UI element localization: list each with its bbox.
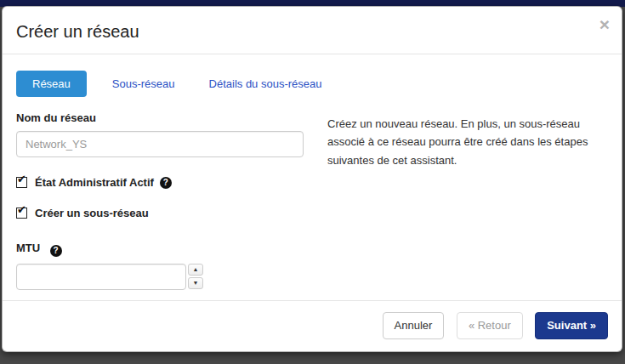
form-column: Nom du réseau ✔ État Administratif Actif… bbox=[16, 111, 304, 300]
mtu-field-group: MTU ? ▲ ▼ bbox=[16, 240, 304, 290]
modal-body: Nom du réseau ✔ État Administratif Actif… bbox=[3, 97, 622, 300]
create-network-modal: Créer un réseau × Réseau Sous-réseau Dét… bbox=[2, 6, 622, 352]
help-column: Créez un nouveau réseau. En plus, un sou… bbox=[327, 111, 608, 300]
network-name-input[interactable] bbox=[16, 131, 304, 157]
create-subnet-checkbox[interactable]: ✔ bbox=[16, 208, 27, 219]
mtu-label: MTU bbox=[16, 242, 40, 254]
admin-state-row: ✔ État Administratif Actif ? bbox=[16, 176, 304, 189]
admin-state-help-icon[interactable]: ? bbox=[160, 177, 172, 189]
modal-header: Créer un réseau × bbox=[3, 7, 622, 54]
next-button[interactable]: Suivant » bbox=[535, 312, 608, 339]
admin-state-label: État Administratif Actif bbox=[35, 176, 154, 189]
network-name-field-group: Nom du réseau bbox=[16, 111, 304, 157]
checkbox-check-icon: ✔ bbox=[17, 173, 26, 185]
network-name-label: Nom du réseau bbox=[16, 111, 304, 124]
tab-subnet[interactable]: Sous-réseau bbox=[100, 71, 187, 97]
tab-network[interactable]: Réseau bbox=[16, 71, 87, 97]
back-button[interactable]: « Retour bbox=[457, 312, 523, 339]
close-icon[interactable]: × bbox=[599, 15, 610, 33]
checkbox-check-icon: ✔ bbox=[17, 204, 26, 215]
create-subnet-row: ✔ Créer un sous-réseau bbox=[16, 207, 304, 219]
stepper-up-icon[interactable]: ▲ bbox=[188, 264, 203, 276]
mtu-input-wrap: ▲ ▼ bbox=[16, 264, 203, 290]
admin-state-checkbox[interactable]: ✔ bbox=[16, 177, 27, 188]
mtu-input[interactable] bbox=[16, 264, 186, 290]
modal-footer: Annuler « Retour Suivant » bbox=[3, 300, 622, 351]
mtu-stepper: ▲ ▼ bbox=[188, 264, 203, 291]
cancel-button[interactable]: Annuler bbox=[383, 312, 445, 339]
stepper-down-icon[interactable]: ▼ bbox=[188, 277, 203, 289]
modal-title: Créer un réseau bbox=[16, 22, 608, 42]
create-subnet-label: Créer un sous-réseau bbox=[35, 207, 149, 219]
tab-subnet-details[interactable]: Détails du sous-réseau bbox=[197, 71, 334, 97]
wizard-tabs: Réseau Sous-réseau Détails du sous-résea… bbox=[3, 54, 622, 97]
wizard-description: Créez un nouveau réseau. En plus, un sou… bbox=[327, 115, 608, 169]
mtu-help-icon[interactable]: ? bbox=[50, 245, 62, 257]
